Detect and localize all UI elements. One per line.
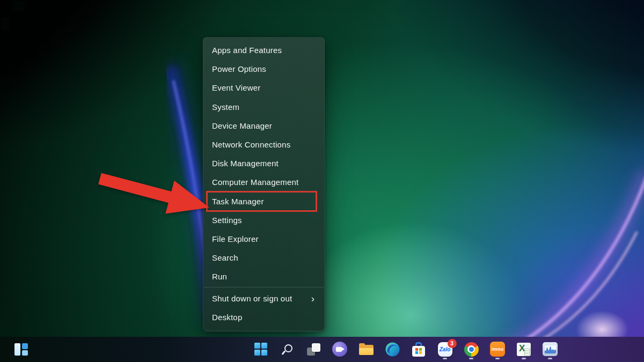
menu-item-file-explorer[interactable]: File Explorer xyxy=(203,230,324,248)
menu-item-device-manager[interactable]: Device Manager xyxy=(203,116,324,135)
taskbar-task-view-button[interactable] xyxy=(303,338,324,360)
chat-camera-icon xyxy=(332,342,347,357)
taskbar-search-button[interactable] xyxy=(276,338,298,360)
menu-item-label: Disk Management xyxy=(212,159,279,168)
menu-item-settings[interactable]: Settings xyxy=(203,211,324,230)
taskbar-task-manager-button[interactable] xyxy=(539,338,561,360)
taskbar-zalo-button[interactable]: Zalo 3 xyxy=(434,338,456,360)
excel-icon: X xyxy=(517,343,531,356)
menu-item-search[interactable]: Search xyxy=(203,248,324,267)
menu-item-label: Shut down or sign out xyxy=(212,294,292,303)
notification-badge: 3 xyxy=(448,339,457,348)
menu-item-label: Run xyxy=(212,272,227,281)
desktop-icon-shadow xyxy=(2,17,10,31)
search-icon xyxy=(284,344,292,352)
taskbar-edge-button[interactable] xyxy=(382,338,403,360)
menu-separator xyxy=(204,287,324,287)
taskbar-icon-group: Zalo 3 imou X xyxy=(250,338,561,360)
running-indicator xyxy=(495,358,500,359)
menu-item-power-options[interactable]: Power Options xyxy=(203,60,324,78)
menu-item-label: Settings xyxy=(212,216,242,225)
widgets-icon xyxy=(14,343,28,356)
microsoft-store-icon xyxy=(412,342,425,357)
task-manager-performance-icon xyxy=(543,342,558,356)
taskbar-microsoft-store-button[interactable] xyxy=(408,338,429,360)
menu-item-desktop[interactable]: Desktop xyxy=(203,308,324,327)
menu-item-computer-management[interactable]: Computer Management xyxy=(203,173,324,191)
chevron-right-icon: › xyxy=(311,293,314,304)
menu-item-label: Desktop xyxy=(212,313,242,322)
menu-item-label: Device Manager xyxy=(212,121,272,130)
menu-item-label: Task Manager xyxy=(212,197,264,206)
task-view-icon xyxy=(307,343,320,356)
taskbar-start-button[interactable] xyxy=(250,338,272,360)
chrome-browser-icon xyxy=(464,342,479,357)
menu-item-label: Network Connections xyxy=(212,140,290,149)
menu-item-apps-and-features[interactable]: Apps and Features xyxy=(203,41,324,60)
menu-item-label: Power Options xyxy=(212,64,266,73)
taskbar-excel-button[interactable]: X xyxy=(513,338,535,360)
taskbar-imou-button[interactable]: imou xyxy=(487,338,508,360)
running-indicator xyxy=(548,358,552,359)
imou-icon: imou xyxy=(490,342,505,357)
menu-item-run[interactable]: Run xyxy=(203,267,324,286)
running-indicator xyxy=(469,358,473,359)
menu-item-disk-management[interactable]: Disk Management xyxy=(203,154,324,173)
menu-item-shut-down-or-sign-out[interactable]: Shut down or sign out › xyxy=(203,289,324,307)
menu-item-label: Search xyxy=(212,253,238,262)
running-indicator xyxy=(443,358,447,359)
annotation-arrow-icon xyxy=(96,164,214,217)
desktop-screen: Apps and Features Power Options Event Vi… xyxy=(0,0,644,362)
menu-item-system[interactable]: System xyxy=(203,98,324,116)
edge-browser-icon xyxy=(385,342,400,357)
taskbar-file-explorer-button[interactable] xyxy=(355,338,377,360)
desktop-icon-shadow xyxy=(13,1,25,11)
menu-item-label: File Explorer xyxy=(212,234,259,243)
menu-item-network-connections[interactable]: Network Connections xyxy=(203,135,324,154)
taskbar-chat-button[interactable] xyxy=(329,338,350,360)
winx-context-menu: Apps and Features Power Options Event Vi… xyxy=(203,37,325,331)
menu-item-label: Event Viewer xyxy=(212,83,261,92)
menu-item-task-manager[interactable]: Task Manager xyxy=(203,192,324,211)
menu-item-label: Apps and Features xyxy=(212,46,282,55)
windows-start-icon xyxy=(254,343,267,356)
file-explorer-folder-icon xyxy=(359,343,374,355)
zalo-icon: Zalo 3 xyxy=(438,342,452,357)
taskbar-widgets-button[interactable] xyxy=(9,338,33,360)
running-indicator xyxy=(522,358,526,359)
menu-item-event-viewer[interactable]: Event Viewer xyxy=(203,78,324,97)
taskbar: Zalo 3 imou X xyxy=(0,337,644,362)
taskbar-chrome-button[interactable] xyxy=(460,338,482,360)
menu-item-label: System xyxy=(212,102,239,112)
menu-item-label: Computer Management xyxy=(212,178,298,187)
